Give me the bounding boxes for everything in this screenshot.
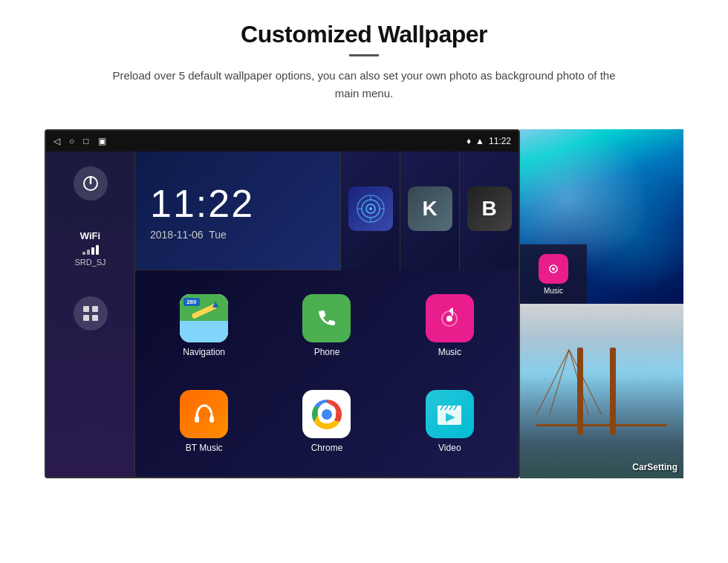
app-item-music[interactable]: Music [389,278,511,374]
wifi-bars [74,244,105,255]
title-section: Customized Wallpaper Preload over 5 defa… [111,21,617,102]
chrome-label: Chrome [311,443,343,453]
wallpaper-bridge[interactable]: CarSetting [520,304,683,478]
b-letter: B [481,197,496,221]
video-icon [426,390,474,438]
back-nav-icon[interactable]: ◁ [53,136,60,146]
page-title: Customized Wallpaper [111,21,617,48]
power-button[interactable] [74,166,108,201]
partial-app-overlay: Music [520,244,587,304]
chrome-svg-icon [308,396,345,433]
status-time: 11:22 [489,136,511,146]
wifi-ssid: SRD_SJ [74,258,105,267]
phone-icon [302,294,351,342]
mockup-area: ◁ ○ □ ▣ ♦ ▲ 11:22 [45,129,683,478]
wifi-info: WiFi SRD_SJ [74,230,105,267]
wifi-bar-3 [91,247,94,255]
svg-point-15 [446,316,452,322]
page-wrapper: Customized Wallpaper Preload over 5 defa… [0,0,728,478]
wifi-label: WiFi [74,230,105,241]
svg-rect-2 [83,306,89,312]
btmusic-icon: BT [180,390,228,438]
right-panels: Music [520,129,683,478]
phone-svg-icon [313,305,341,333]
carsetting-label: CarSetting [632,462,677,472]
app-item-video[interactable]: Video [389,374,511,469]
status-bar-left: ◁ ○ □ ▣ [53,136,106,146]
main-area: 11:22 2018-11-06 Tue [135,152,519,477]
navigation-label: Navigation [183,347,225,357]
music-svg-icon [434,303,465,334]
svg-rect-3 [92,306,98,312]
bridge-pillar-right [610,348,616,435]
video-label: Video [438,443,461,453]
app-item-btmusic[interactable]: BT BT Music [143,374,265,469]
grid-icon [82,305,100,322]
music-label: Music [438,347,461,357]
app-grid-button[interactable] [74,296,108,331]
partial-music-label: Music [544,287,563,295]
top-app-b[interactable]: B [459,152,519,270]
svg-rect-18 [195,416,199,423]
video-svg-icon [433,398,466,431]
wifi-bar-1 [82,252,85,255]
bridge-visual [520,304,683,478]
wallpaper-ice[interactable]: Music [520,129,683,304]
phone-label: Phone [314,347,340,357]
partial-music-icon [539,254,568,284]
location-icon: ♦ [467,136,471,146]
svg-text:BT: BT [201,411,212,420]
signal-app-icon [348,186,393,231]
svg-point-23 [322,409,332,420]
app-item-chrome[interactable]: Chrome [265,374,388,469]
k-letter: K [422,197,437,221]
power-icon [82,175,99,192]
svg-point-32 [552,267,555,270]
svg-rect-4 [83,315,89,321]
top-app-k[interactable]: K [400,152,459,270]
screenshot-nav-icon[interactable]: ▣ [98,136,106,146]
app-grid: 280 ▲ Navigation [135,270,519,477]
recents-nav-icon[interactable]: □ [83,136,88,146]
svg-rect-5 [92,315,98,321]
app-item-navigation[interactable]: 280 ▲ Navigation [143,278,265,374]
clock-date: 2018-11-06 Tue [150,229,227,241]
screen-content: WiFi SRD_SJ [46,152,519,477]
k-app-icon: K [408,186,452,231]
app-item-phone[interactable]: Phone [265,278,388,374]
wifi-status-icon: ▲ [475,136,484,146]
navigation-icon: 280 ▲ [180,294,228,342]
svg-point-9 [369,207,372,210]
chrome-icon [302,390,351,438]
status-bar: ◁ ○ □ ▣ ♦ ▲ 11:22 [46,131,519,152]
bridge-cables-left [536,339,602,426]
status-bar-right: ♦ ▲ 11:22 [467,136,511,146]
bluetooth-icon: BT [189,400,219,429]
wifi-bar-2 [87,250,90,255]
wifi-bar-4 [96,245,99,255]
page-subtitle: Preload over 5 default wallpaper options… [111,67,617,102]
home-nav-icon[interactable]: ○ [69,136,74,146]
title-divider [349,54,379,56]
clock-time: 11:22 [150,181,254,226]
b-app-icon: B [467,186,512,231]
signal-wifi-icon [356,194,386,224]
left-sidebar: WiFi SRD_SJ [46,152,135,477]
android-screen: ◁ ○ □ ▣ ♦ ▲ 11:22 [45,129,520,478]
top-app-signal[interactable] [340,152,400,270]
clock-section: 11:22 2018-11-06 Tue [135,152,340,270]
music-icon [426,294,474,342]
top-row: 11:22 2018-11-06 Tue [135,152,519,270]
btmusic-label: BT Music [186,443,223,453]
